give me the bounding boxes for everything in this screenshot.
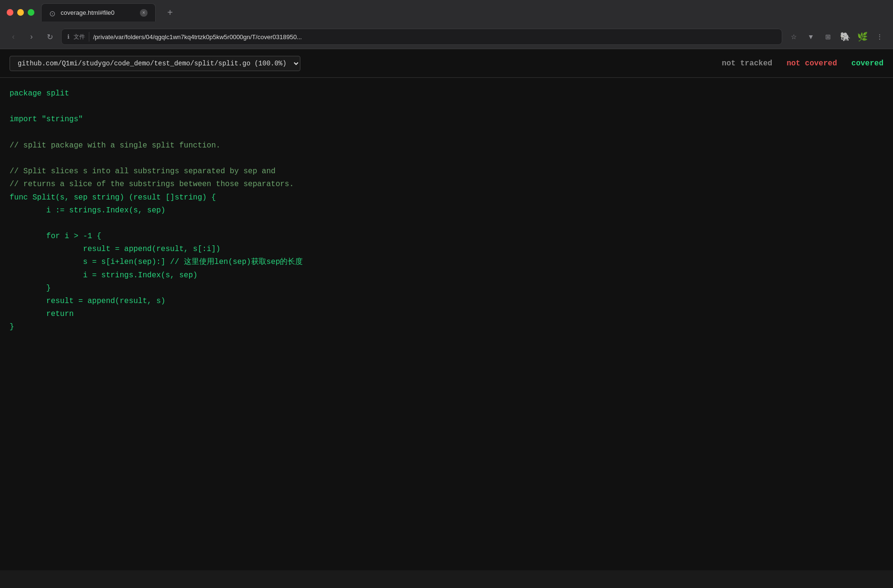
back-button[interactable]: ‹ [7,30,20,43]
code-line: // split package with a single split fun… [10,139,883,152]
address-bar[interactable]: ℹ 文件 /private/var/folders/04/qgqlc1wn7kq… [61,29,782,45]
profile-icon[interactable]: 🌿 [856,30,869,43]
code-line [10,100,883,113]
browser-chrome: ⊙ coverage.html#file0 × + ‹ › ↻ ℹ 文件 /pr… [0,0,893,49]
code-line: import "strings" [10,113,883,126]
code-line: return [10,308,883,321]
code-line: result = append(result, s) [10,295,883,308]
extension1-icon[interactable]: ▼ [804,30,818,43]
toolbar-icons: ☆ ▼ ⊞ 🐘 🌿 ⋮ [787,30,886,43]
coverage-legend: not tracked not covered covered [722,59,883,68]
code-line: } [10,282,883,295]
extension2-icon[interactable]: ⊞ [821,30,835,43]
code-line: i := strings.Index(s, sep) [10,204,883,217]
code-block: package split import "strings" // split … [10,87,883,334]
code-line: func Split(s, sep string) (result []stri… [10,191,883,204]
minimize-button[interactable] [17,9,24,16]
code-line: // Split slices s into all substrings se… [10,165,883,178]
maximize-button[interactable] [28,9,34,16]
address-bar-row: ‹ › ↻ ℹ 文件 /private/var/folders/04/qgqlc… [0,25,893,49]
traffic-lights [7,9,34,16]
file-selector[interactable]: github.com/Q1mi/studygo/code_demo/test_d… [10,56,300,71]
refresh-button[interactable]: ↻ [43,30,56,43]
code-area: package split import "strings" // split … [0,78,893,570]
title-bar: ⊙ coverage.html#file0 × + [0,0,893,25]
browser-tab[interactable]: ⊙ coverage.html#file0 × [41,3,156,21]
code-line: package split [10,87,883,100]
tab-favicon-icon: ⊙ [49,9,57,17]
code-line: for i > -1 { [10,230,883,243]
address-locale: 文件 [74,33,85,41]
coverage-toolbar: github.com/Q1mi/studygo/code_demo/test_d… [0,49,893,78]
forward-button[interactable]: › [25,30,38,43]
code-line: // returns a slice of the substrings bet… [10,178,883,191]
code-line: i = strings.Index(s, sep) [10,269,883,282]
tab-close-button[interactable]: × [140,9,148,17]
forward-icon: › [30,32,32,41]
close-button[interactable] [7,9,13,16]
bookmark-icon[interactable]: ☆ [787,30,800,43]
code-line [10,126,883,139]
address-url: /private/var/folders/04/qgqlc1wn7kq4trtz… [93,33,776,41]
secure-icon: ℹ [67,33,70,40]
legend-covered: covered [851,59,883,68]
refresh-icon: ↻ [47,32,53,42]
code-line: result = append(result, s[:i]) [10,243,883,256]
evernote-icon[interactable]: 🐘 [839,30,852,43]
back-icon: ‹ [12,32,14,41]
code-content: package split import "strings" // split … [0,87,893,334]
code-line: s = s[i+len(sep):] // 这里使用len(sep)获取sep的… [10,256,883,269]
code-line: } [10,321,883,334]
tab-title: coverage.html#file0 [61,9,136,16]
new-tab-icon: + [167,7,173,18]
new-tab-button[interactable]: + [163,6,177,19]
code-line [10,217,883,230]
address-divider [89,32,89,42]
menu-icon[interactable]: ⋮ [873,30,886,43]
tab-close-icon: × [142,10,145,15]
legend-not-covered: not covered [787,59,837,68]
code-line [10,152,883,165]
legend-not-tracked: not tracked [722,59,773,68]
